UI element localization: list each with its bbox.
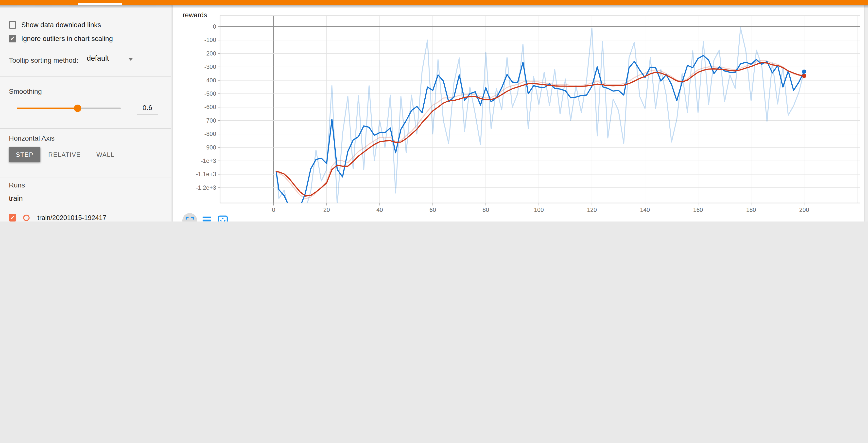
- run-label: train/20201015-192417: [37, 214, 165, 222]
- svg-text:40: 40: [376, 206, 383, 213]
- run-checkbox[interactable]: ✓: [9, 214, 16, 222]
- divider: [0, 128, 171, 129]
- svg-text:100: 100: [533, 206, 544, 213]
- header-shadow: [0, 5, 868, 8]
- tooltip-sorting-label: Tooltip sorting method:: [9, 56, 79, 64]
- svg-text:160: 160: [693, 206, 703, 213]
- divider: [0, 178, 171, 178]
- svg-text:-900: -900: [204, 144, 216, 151]
- tooltip-sorting-dropdown[interactable]: default: [87, 54, 136, 65]
- app-header-bar: [0, 0, 868, 5]
- svg-text:0: 0: [213, 23, 216, 30]
- svg-text:-800: -800: [204, 130, 216, 137]
- tooltip-sorting-value: default: [87, 54, 109, 62]
- svg-text:-1e+3: -1e+3: [200, 157, 216, 164]
- svg-text:-1.1e+3: -1.1e+3: [196, 171, 216, 177]
- settings-sidebar: Show data download links ✓ Ignore outlie…: [0, 5, 171, 222]
- run-color-circle[interactable]: [23, 215, 30, 221]
- data-table-icon[interactable]: [202, 216, 211, 222]
- svg-text:-200: -200: [204, 50, 216, 57]
- runs-label: Runs: [9, 181, 25, 189]
- ignore-outliers-checkbox[interactable]: ✓: [9, 35, 16, 42]
- run-row[interactable]: ✓train/20201015-192417: [9, 214, 165, 222]
- svg-text:-100: -100: [204, 36, 216, 43]
- svg-text:-600: -600: [204, 104, 216, 110]
- axis-step-button[interactable]: STEP: [9, 147, 40, 162]
- svg-text:-700: -700: [204, 117, 216, 124]
- svg-text:60: 60: [429, 206, 436, 213]
- axis-wall-button[interactable]: WALL: [92, 147, 119, 162]
- fit-domain-icon[interactable]: [218, 216, 227, 222]
- svg-text:0: 0: [272, 206, 275, 213]
- svg-text:-500: -500: [204, 90, 216, 97]
- chevron-down-icon: [128, 58, 133, 61]
- rewards-chart-card: rewards 0-100-200-300-400-500-600-700-80…: [173, 5, 864, 222]
- rewards-chart[interactable]: 0-100-200-300-400-500-600-700-800-900-1e…: [173, 5, 864, 222]
- svg-text:140: 140: [640, 206, 650, 213]
- svg-text:-400: -400: [204, 77, 216, 84]
- svg-text:180: 180: [746, 206, 756, 213]
- smoothing-slider-fill: [17, 108, 78, 109]
- svg-text:200: 200: [799, 206, 809, 213]
- smoothing-slider-knob[interactable]: [74, 105, 81, 112]
- smoothing-label: Smoothing: [9, 87, 42, 95]
- svg-text:20: 20: [323, 206, 330, 213]
- svg-text:120: 120: [587, 206, 597, 213]
- svg-text:80: 80: [482, 206, 489, 213]
- smoothing-slider[interactable]: [17, 108, 121, 109]
- active-tab-indicator: [79, 3, 122, 5]
- divider: [0, 77, 171, 77]
- ignore-outliers-row[interactable]: ✓ Ignore outliers in chart scaling: [9, 34, 113, 42]
- show-download-links-row[interactable]: Show data download links: [9, 21, 101, 29]
- show-download-links-label: Show data download links: [21, 21, 101, 29]
- chart-toolbar: [180, 212, 239, 222]
- runs-filter-input[interactable]: [9, 195, 161, 206]
- smoothing-value[interactable]: 0.6: [137, 104, 158, 114]
- ignore-outliers-label: Ignore outliers in chart scaling: [21, 34, 113, 42]
- tensorboard-app: Show data download links ✓ Ignore outlie…: [0, 0, 868, 222]
- svg-text:-1.2e+3: -1.2e+3: [196, 184, 216, 191]
- axis-relative-button[interactable]: RELATIVE: [44, 147, 85, 162]
- icon-hover-circle: [182, 213, 197, 222]
- show-download-links-checkbox[interactable]: [9, 21, 16, 28]
- horizontal-axis-label: Horizontal Axis: [9, 134, 55, 142]
- svg-text:-300: -300: [204, 63, 216, 70]
